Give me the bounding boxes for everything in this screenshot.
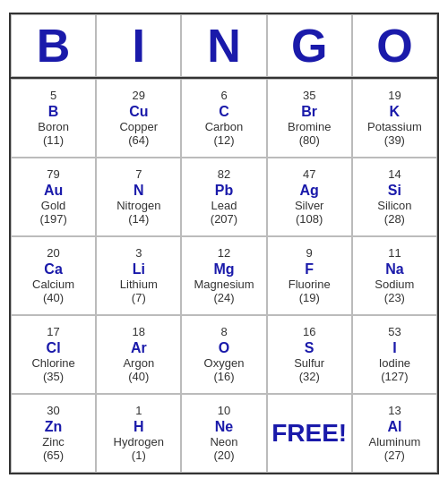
cell-element-name: Zinc xyxy=(42,435,65,449)
cell-symbol: B xyxy=(48,103,59,120)
cell-atomic-number: 5 xyxy=(50,89,56,103)
cell-symbol: Ne xyxy=(215,418,233,435)
cell-symbol: O xyxy=(219,339,229,356)
cell-atomic-number: 19 xyxy=(388,89,401,103)
bingo-cell: 17ClChlorine(35) xyxy=(11,315,96,394)
cell-atomic-mass: (207) xyxy=(211,212,237,226)
cell-atomic-mass: (64) xyxy=(128,133,149,148)
cell-atomic-number: 17 xyxy=(47,325,59,339)
bingo-grid: 5BBoron(11)29CuCopper(64)6CCarbon(12)35B… xyxy=(11,77,437,473)
bingo-cell: 6CCarbon(12) xyxy=(181,79,266,158)
cell-atomic-number: 6 xyxy=(220,89,227,103)
cell-atomic-mass: (20) xyxy=(213,449,234,463)
cell-atomic-number: 11 xyxy=(388,246,401,261)
cell-element-name: Neon xyxy=(210,435,237,449)
cell-atomic-mass: (40) xyxy=(128,370,149,384)
cell-atomic-mass: (127) xyxy=(381,370,408,384)
cell-atomic-number: 9 xyxy=(306,246,313,261)
cell-symbol: Al xyxy=(387,418,401,435)
cell-symbol: Cl xyxy=(47,339,61,356)
cell-atomic-number: 20 xyxy=(47,246,59,261)
cell-element-name: Boron xyxy=(38,120,69,134)
cell-element-name: Iodine xyxy=(379,356,410,371)
cell-atomic-mass: (24) xyxy=(213,291,234,305)
cell-symbol: Li xyxy=(133,261,145,278)
header-letter: G xyxy=(267,14,352,77)
cell-element-name: Fluorine xyxy=(289,278,331,292)
cell-element-name: Oxygen xyxy=(204,356,245,371)
cell-atomic-number: 30 xyxy=(47,404,59,418)
cell-element-name: Lead xyxy=(211,199,237,213)
cell-atomic-mass: (32) xyxy=(299,370,320,384)
cell-atomic-mass: (1) xyxy=(132,449,146,463)
bingo-cell: 1HHydrogen(1) xyxy=(96,394,181,473)
cell-element-name: Silicon xyxy=(377,199,411,213)
bingo-cell: 29CuCopper(64) xyxy=(96,79,181,158)
cell-atomic-mass: (35) xyxy=(43,370,64,384)
cell-symbol: K xyxy=(390,103,401,120)
header-letter: N xyxy=(181,14,266,77)
cell-element-name: Carbon xyxy=(205,120,244,134)
cell-element-name: Argon xyxy=(123,356,154,371)
cell-element-name: Lithium xyxy=(120,278,158,292)
cell-symbol: Si xyxy=(388,182,401,199)
bingo-cell: 5BBoron(11) xyxy=(11,79,96,158)
cell-symbol: N xyxy=(134,182,144,199)
cell-atomic-number: 12 xyxy=(218,246,230,261)
bingo-cell: 8OOxygen(16) xyxy=(181,315,266,394)
bingo-cell: 11NaSodium(23) xyxy=(352,236,437,315)
cell-atomic-number: 1 xyxy=(135,404,142,418)
cell-atomic-number: 7 xyxy=(135,167,142,182)
cell-element-name: Sulfur xyxy=(294,356,324,371)
header-letter: B xyxy=(11,14,96,77)
cell-atomic-number: 53 xyxy=(388,325,401,339)
cell-element-name: Magnesium xyxy=(194,278,254,292)
cell-symbol: Au xyxy=(44,182,63,199)
bingo-cell: 79AuGold(197) xyxy=(11,158,96,236)
cell-atomic-mass: (14) xyxy=(128,212,149,226)
cell-atomic-number: 29 xyxy=(133,89,145,103)
cell-atomic-number: 13 xyxy=(388,404,401,418)
bingo-header: BINGO xyxy=(11,14,437,77)
cell-element-name: Aluminum xyxy=(368,435,420,449)
bingo-cell: 7NNitrogen(14) xyxy=(96,158,181,236)
cell-symbol: Br xyxy=(301,103,317,120)
cell-atomic-number: 14 xyxy=(388,167,401,182)
cell-element-name: Chlorine xyxy=(31,356,74,371)
bingo-cell: 12MgMagnesium(24) xyxy=(181,236,266,315)
bingo-cell: 35BrBromine(80) xyxy=(267,79,352,158)
cell-symbol: F xyxy=(305,261,314,278)
cell-atomic-mass: (28) xyxy=(384,212,405,226)
cell-element-name: Potassium xyxy=(367,120,422,134)
cell-atomic-mass: (108) xyxy=(296,212,323,226)
cell-symbol: I xyxy=(392,339,396,356)
cell-atomic-mass: (19) xyxy=(299,291,320,305)
bingo-cell: 10NeNeon(20) xyxy=(181,394,266,473)
cell-atomic-mass: (40) xyxy=(43,291,64,305)
bingo-cell: 3LiLithium(7) xyxy=(96,236,181,315)
bingo-cell: 16SSulfur(32) xyxy=(267,315,352,394)
cell-element-name: Bromine xyxy=(288,120,331,134)
cell-atomic-number: 18 xyxy=(133,325,145,339)
cell-atomic-number: 47 xyxy=(303,167,315,182)
bingo-cell: 30ZnZinc(65) xyxy=(11,394,96,473)
header-letter: I xyxy=(96,14,181,77)
cell-atomic-mass: (27) xyxy=(384,449,405,463)
cell-element-name: Calcium xyxy=(32,278,74,292)
bingo-cell: 13AlAluminum(27) xyxy=(352,394,437,473)
cell-element-name: Sodium xyxy=(375,278,414,292)
cell-atomic-mass: (7) xyxy=(132,291,146,305)
cell-symbol: Pb xyxy=(215,182,233,199)
cell-atomic-mass: (23) xyxy=(384,291,405,305)
bingo-cell: 20CaCalcium(40) xyxy=(11,236,96,315)
cell-atomic-number: 79 xyxy=(47,167,59,182)
cell-symbol: Ca xyxy=(44,261,62,278)
cell-symbol: Ag xyxy=(300,182,319,199)
cell-atomic-number: 8 xyxy=(220,325,227,339)
cell-symbol: Na xyxy=(385,261,403,278)
bingo-card: BINGO 5BBoron(11)29CuCopper(64)6CCarbon(… xyxy=(9,13,439,474)
bingo-cell: 9FFluorine(19) xyxy=(267,236,352,315)
cell-symbol: C xyxy=(219,103,229,120)
cell-atomic-mass: (197) xyxy=(39,212,66,226)
bingo-cell: FREE! xyxy=(267,394,352,473)
